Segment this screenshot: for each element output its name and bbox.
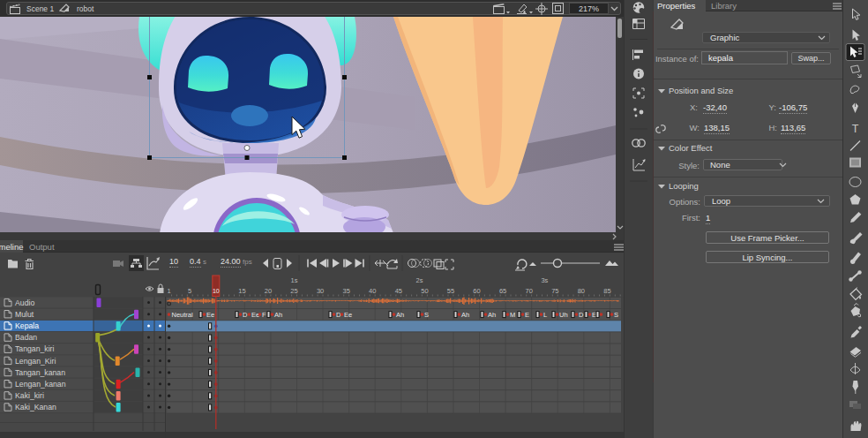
svg-text:40: 40 [369,287,376,295]
svg-text:Tangan_kanan: Tangan_kanan [15,368,65,377]
svg-text:E: E [525,311,529,319]
svg-text:3s: 3s [541,276,548,284]
svg-text:Kaki_Kanan: Kaki_Kanan [15,403,56,412]
svg-text:Kepala: Kepala [15,321,39,330]
svg-text:60: 60 [473,287,480,295]
svg-text:D: D [243,311,248,319]
svg-text:55: 55 [447,287,454,295]
svg-text:Neutral: Neutral [172,311,194,319]
svg-text:Mulut: Mulut [15,310,34,319]
svg-text:35: 35 [343,287,350,295]
svg-text:5: 5 [188,287,191,295]
svg-text:Tangan_kiri: Tangan_kiri [15,344,54,353]
svg-text:Ah: Ah [274,311,282,319]
svg-text:Ee: Ee [206,311,214,319]
svg-text:70: 70 [526,287,533,295]
svg-text:Ah: Ah [396,311,404,319]
svg-text:S: S [424,311,429,319]
svg-text:45: 45 [395,287,402,295]
svg-text:Audio: Audio [15,298,34,307]
svg-text:25: 25 [290,287,297,295]
svg-text:E: E [592,311,596,319]
svg-text:Ee: Ee [344,311,352,319]
svg-text:1s: 1s [291,276,298,284]
svg-text:Lengan_Kiri: Lengan_Kiri [15,357,56,366]
svg-text:D: D [579,311,584,319]
svg-text:L: L [543,311,547,319]
svg-text:Ah: Ah [461,311,469,319]
svg-text:1: 1 [168,287,171,295]
svg-text:65: 65 [499,287,506,295]
svg-text:Uh: Uh [559,311,568,319]
svg-text:85: 85 [603,287,610,295]
svg-text:Lengan_kanan: Lengan_kanan [15,380,66,389]
svg-text:S: S [614,311,618,319]
svg-text:T: T [852,123,859,135]
svg-text:Kaki_kiri: Kaki_kiri [15,391,44,400]
svg-text:F: F [262,311,266,319]
svg-text:20: 20 [265,287,272,295]
svg-text:Badan: Badan [15,333,37,342]
svg-text:30: 30 [317,287,324,295]
svg-text:10: 10 [213,288,220,294]
svg-text:M: M [510,311,515,319]
svg-text:2s: 2s [416,276,423,284]
svg-text:Ah: Ah [488,311,496,319]
svg-text:80: 80 [578,287,585,295]
svg-text:15: 15 [238,287,245,295]
svg-text:50: 50 [421,287,428,295]
svg-text:75: 75 [551,287,558,295]
